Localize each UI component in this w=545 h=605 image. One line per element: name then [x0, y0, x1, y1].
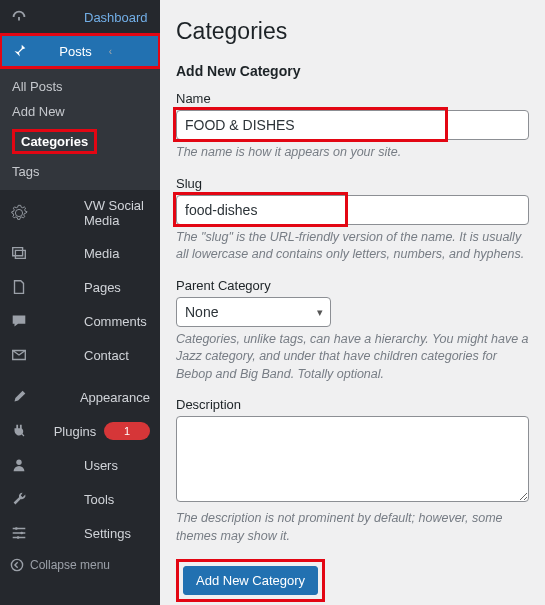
- sidebar-subitem-add-new[interactable]: Add New: [0, 99, 160, 124]
- mail-icon: [10, 346, 76, 364]
- parent-field: Parent Category None ▾ Categories, unlik…: [176, 278, 529, 384]
- user-icon: [10, 456, 76, 474]
- sidebar-item-users[interactable]: Users: [0, 448, 160, 482]
- chevron-left-icon: ‹: [109, 46, 150, 57]
- name-help: The name is how it appears on your site.: [176, 144, 529, 162]
- description-label: Description: [176, 397, 529, 412]
- slug-field: Slug The "slug" is the URL-friendly vers…: [176, 176, 529, 264]
- sidebar-item-vw-social-media[interactable]: VW Social Media: [0, 190, 160, 236]
- comment-icon: [10, 312, 76, 330]
- name-label: Name: [176, 91, 529, 106]
- sidebar-subitem-categories[interactable]: Categories: [0, 124, 160, 159]
- sidebar-item-dashboard[interactable]: Dashboard: [0, 0, 160, 34]
- sidebar-item-label: Contact: [84, 348, 150, 363]
- sidebar-submenu: All PostsAdd NewCategoriesTags: [0, 68, 160, 190]
- svg-point-2: [20, 532, 23, 535]
- parent-help: Categories, unlike tags, can have a hier…: [176, 331, 529, 384]
- svg-point-4: [11, 559, 22, 570]
- sidebar-item-label: VW Social Media: [84, 198, 150, 228]
- main-content: Categories Add New Category Name The nam…: [160, 0, 545, 605]
- slug-label: Slug: [176, 176, 529, 191]
- collapse-menu[interactable]: Collapse menu: [0, 550, 160, 580]
- slug-help: The "slug" is the URL-friendly version o…: [176, 229, 529, 264]
- svg-point-0: [16, 460, 21, 465]
- brush-icon: [10, 388, 72, 406]
- sidebar-item-label: Tools: [84, 492, 150, 507]
- parent-select[interactable]: None: [176, 297, 331, 327]
- page-icon: [10, 278, 76, 296]
- sidebar-item-plugins[interactable]: Plugins1: [0, 414, 160, 448]
- update-badge: 1: [104, 422, 150, 440]
- sidebar-item-media[interactable]: Media: [0, 236, 160, 270]
- sidebar-item-label: Media: [84, 246, 150, 261]
- gear-icon: [10, 204, 76, 222]
- sidebar-item-settings[interactable]: Settings: [0, 516, 160, 550]
- sidebar-item-comments[interactable]: Comments: [0, 304, 160, 338]
- sidebar-item-label: Plugins: [54, 424, 97, 439]
- sidebar-item-appearance[interactable]: Appearance: [0, 380, 160, 414]
- sidebar-item-tools[interactable]: Tools: [0, 482, 160, 516]
- svg-point-3: [17, 536, 20, 539]
- page-title: Categories: [176, 18, 529, 45]
- sidebar-item-label: Posts: [59, 44, 100, 59]
- sidebar-item-label: Comments: [84, 314, 150, 329]
- admin-sidebar: DashboardPosts‹All PostsAdd NewCategorie…: [0, 0, 160, 605]
- parent-label: Parent Category: [176, 278, 529, 293]
- sidebar-item-label: Settings: [84, 526, 150, 541]
- sidebar-subitem-tags[interactable]: Tags: [0, 159, 160, 184]
- sidebar-subitem-all-posts[interactable]: All Posts: [0, 74, 160, 99]
- svg-point-1: [15, 527, 18, 530]
- sidebar-item-label: Users: [84, 458, 150, 473]
- sidebar-item-label: Pages: [84, 280, 150, 295]
- sidebar-item-contact[interactable]: Contact: [0, 338, 160, 372]
- sliders-icon: [10, 524, 76, 542]
- description-help: The description is not prominent by defa…: [176, 510, 529, 545]
- slug-input[interactable]: [176, 195, 529, 225]
- plug-icon: [10, 422, 46, 440]
- sidebar-item-posts[interactable]: Posts‹: [0, 34, 160, 68]
- section-heading: Add New Category: [176, 63, 529, 79]
- description-input[interactable]: [176, 416, 529, 502]
- sidebar-item-label: Appearance: [80, 390, 150, 405]
- dashboard-icon: [10, 8, 76, 26]
- pin-icon: [10, 42, 51, 60]
- name-input[interactable]: [176, 110, 529, 140]
- media-icon: [10, 244, 76, 262]
- wrench-icon: [10, 490, 76, 508]
- add-new-category-button[interactable]: Add New Category: [183, 566, 318, 595]
- name-field: Name The name is how it appears on your …: [176, 91, 529, 162]
- sidebar-item-pages[interactable]: Pages: [0, 270, 160, 304]
- sidebar-item-label: Dashboard: [84, 10, 150, 25]
- collapse-icon: [10, 558, 24, 572]
- collapse-label: Collapse menu: [30, 558, 110, 572]
- description-field: Description The description is not promi…: [176, 397, 529, 545]
